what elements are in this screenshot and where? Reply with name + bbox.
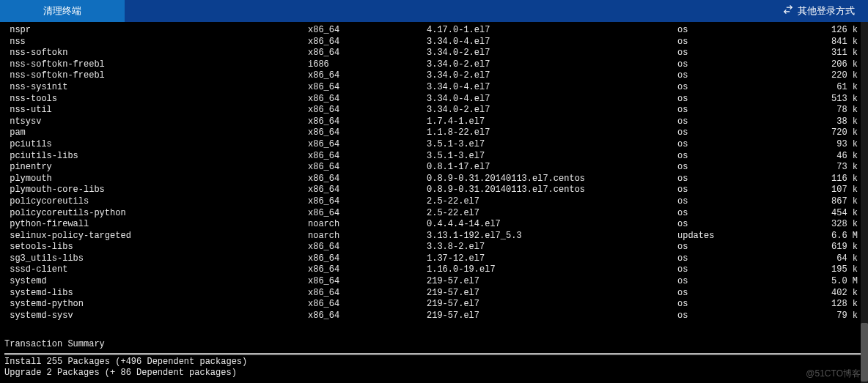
pkg-size: 79 k [817,311,864,322]
pkg-repo: os [677,253,817,265]
package-row: python-firewallnoarch0.4.4.4-14.el7os328… [4,219,864,231]
pkg-name: nss [4,37,308,48]
pkg-size: 841 k [817,37,864,48]
pkg-repo: os [677,276,817,288]
pkg-name: systemd-python [4,299,308,311]
pkg-repo: os [677,48,817,59]
pkg-name: pinentry [4,162,308,174]
pkg-name: ntsysv [4,116,308,128]
pkg-repo: os [677,196,817,208]
pkg-arch: noarch [308,219,427,231]
blank-line [4,379,864,383]
pkg-version: 0.8.1-17.el7 [427,162,677,174]
pkg-repo: os [677,25,817,37]
package-row: systemd-pythonx86_64219-57.el7os128 k [4,299,864,311]
pkg-version: 3.34.0-2.el7 [427,105,677,116]
pkg-name: nss-softokn-freebl [4,59,308,71]
pkg-arch: x86_64 [308,151,427,163]
pkg-repo: os [677,299,817,311]
other-login-label: 其他登录方式 [798,5,855,18]
package-row: ntsysvx86_641.7.4-1.el7os38 k [4,116,864,128]
tab-clear-terminal[interactable]: 清理终端 [0,0,125,22]
tab-label: 清理终端 [43,5,81,18]
pkg-version: 3.13.1-192.el7_5.3 [427,231,677,242]
scrollbar-track[interactable] [861,22,868,383]
blank-line [0,321,868,336]
pkg-name: systemd-libs [4,288,308,300]
pkg-name: policycoreutils [4,196,308,208]
scrollbar-thumb[interactable] [861,323,868,382]
pkg-version: 3.5.1-3.el7 [427,151,677,163]
other-login-button[interactable]: 其他登录方式 [770,0,868,22]
pkg-repo: os [677,116,817,128]
pkg-size: 328 k [817,219,864,231]
topbar-spacer [125,0,770,22]
pkg-arch: x86_64 [308,48,427,59]
pkg-repo: os [677,311,817,322]
pkg-size: 206 k [817,59,864,71]
pkg-name: plymouth-core-libs [4,185,308,196]
pkg-version: 1.7.4-1.el7 [427,116,677,128]
pkg-version: 3.34.0-4.el7 [427,94,677,105]
pkg-arch: i686 [308,59,427,71]
pkg-arch: x86_64 [308,139,427,151]
pkg-size: 220 k [817,70,864,82]
package-row: nss-toolsx86_643.34.0-4.el7os513 k [4,94,864,105]
pkg-size: 38 k [817,116,864,128]
package-row: systemd-sysvx86_64219-57.el7os79 k [4,311,864,322]
pkg-arch: x86_64 [308,174,427,185]
pkg-size: 64 k [817,253,864,265]
pkg-size: 311 k [817,48,864,59]
transaction-summary-heading: Transaction Summary [0,336,868,351]
pkg-arch: x86_64 [308,253,427,265]
package-list: nsprx86_644.17.0-1.el7os126 k nssx86_643… [0,22,868,321]
pkg-size: 6.6 M [817,231,864,242]
separator-double-line [4,353,864,355]
pkg-repo: os [677,59,817,71]
pkg-name: nspr [4,25,308,37]
pkg-size: 619 k [817,242,864,253]
swap-icon [783,4,798,18]
package-row: policycoreutilsx86_642.5-22.el7os867 k [4,196,864,208]
pkg-version: 3.5.1-3.el7 [427,139,677,151]
top-bar: 清理终端 其他登录方式 [0,0,868,22]
pkg-repo: os [677,219,817,231]
pkg-size: 107 k [817,185,864,196]
pkg-repo: os [677,139,817,151]
package-row: nss-softokn-freebli6863.34.0-2.el7os206 … [4,59,864,71]
pkg-repo: os [677,82,817,94]
pkg-arch: x86_64 [308,37,427,48]
pkg-size: 5.0 M [817,276,864,288]
package-row: sssd-clientx86_641.16.0-19.el7os195 k [4,264,864,276]
pkg-arch: x86_64 [308,162,427,174]
pkg-arch: x86_64 [308,127,427,139]
upgrade-line: Upgrade 2 Packages (+ 86 Dependent packa… [4,368,864,379]
pkg-name: sssd-client [4,264,308,276]
pkg-size: 513 k [817,94,864,105]
pkg-version: 0.4.4.4-14.el7 [427,219,677,231]
pkg-name: pciutils-libs [4,151,308,163]
pkg-repo: os [677,174,817,185]
pkg-name: nss-tools [4,94,308,105]
pkg-name: python-firewall [4,219,308,231]
pkg-arch: x86_64 [308,70,427,82]
pkg-arch: x86_64 [308,208,427,220]
package-row: nssx86_643.34.0-4.el7os841 k [4,37,864,48]
pkg-repo: os [677,105,817,116]
pkg-arch: x86_64 [308,242,427,253]
pkg-arch: noarch [308,231,427,242]
pkg-name: setools-libs [4,242,308,253]
package-row: pciutilsx86_643.5.1-3.el7os93 k [4,139,864,151]
pkg-repo: os [677,242,817,253]
pkg-size: 116 k [817,174,864,185]
install-line: Install 255 Packages (+496 Dependent pac… [4,357,864,368]
package-row: plymouthx86_640.8.9-0.31.20140113.el7.ce… [4,174,864,185]
pkg-name: pam [4,127,308,139]
pkg-version: 3.34.0-4.el7 [427,82,677,94]
pkg-repo: os [677,37,817,48]
pkg-version: 219-57.el7 [427,299,677,311]
pkg-arch: x86_64 [308,105,427,116]
pkg-size: 402 k [817,288,864,300]
pkg-version: 1.16.0-19.el7 [427,264,677,276]
package-row: nss-utilx86_643.34.0-2.el7os78 k [4,105,864,116]
